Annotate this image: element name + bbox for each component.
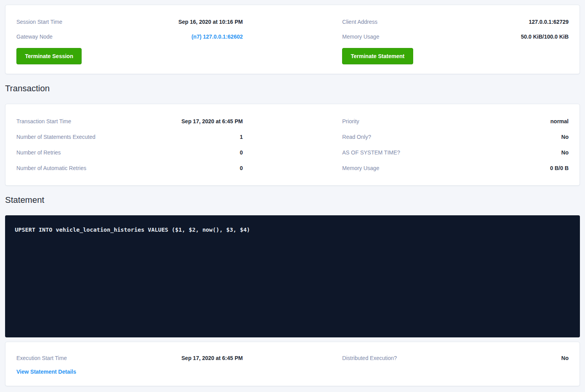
execution-details-card: Execution Start Time Sep 17, 2020 at 6:4… xyxy=(5,342,580,386)
priority-label: Priority xyxy=(342,118,359,124)
session-summary-left-column: Session Start Time Sep 16, 2020 at 10:16… xyxy=(16,14,243,64)
statements-executed-label: Number of Statements Executed xyxy=(16,134,95,140)
read-only-label: Read Only? xyxy=(342,134,371,140)
transaction-card: Transaction Start Time Sep 17, 2020 at 6… xyxy=(5,104,580,186)
session-memory-usage-row: Memory Usage 50.0 KiB/100.0 KiB xyxy=(342,29,569,44)
transaction-right-column: Priority normal Read Only? No AS OF SYST… xyxy=(342,114,569,176)
view-statement-details-link[interactable]: View Statement Details xyxy=(16,369,76,375)
execution-right-column: Distributed Execution? No xyxy=(342,351,569,365)
session-summary-right-column: Client Address 127.0.0.1:62729 Memory Us… xyxy=(342,14,569,64)
transaction-section-heading: Transaction xyxy=(5,83,580,94)
transaction-left-column: Transaction Start Time Sep 17, 2020 at 6… xyxy=(16,114,243,176)
transaction-memory-usage-label: Memory Usage xyxy=(342,165,379,171)
priority-row: Priority normal xyxy=(342,114,569,129)
client-address-value: 127.0.0.1:62729 xyxy=(529,19,569,25)
transaction-memory-usage-row: Memory Usage 0 B/0 B xyxy=(342,160,569,176)
session-memory-usage-value: 50.0 KiB/100.0 KiB xyxy=(521,34,569,40)
statement-section-heading: Statement xyxy=(5,195,580,205)
read-only-value: No xyxy=(561,134,569,140)
transaction-start-time-value: Sep 17, 2020 at 6:45 PM xyxy=(182,118,243,124)
priority-value: normal xyxy=(550,118,569,124)
number-of-retries-value: 0 xyxy=(240,149,243,156)
session-memory-usage-label: Memory Usage xyxy=(342,34,379,40)
session-start-time-row: Session Start Time Sep 16, 2020 at 10:16… xyxy=(16,14,243,29)
session-details-page: Session Start Time Sep 16, 2020 at 10:16… xyxy=(0,0,585,392)
gateway-node-link[interactable]: (n7) 127.0.0.1:62602 xyxy=(191,34,243,40)
statement-sql-text: UPSERT INTO vehicle_location_histories V… xyxy=(15,226,570,234)
client-address-row: Client Address 127.0.0.1:62729 xyxy=(342,14,569,29)
session-summary-card: Session Start Time Sep 16, 2020 at 10:16… xyxy=(5,5,580,74)
execution-start-time-label: Execution Start Time xyxy=(16,355,67,361)
client-address-label: Client Address xyxy=(342,19,377,25)
transaction-start-time-row: Transaction Start Time Sep 17, 2020 at 6… xyxy=(16,114,243,129)
as-of-system-time-label: AS OF SYSTEM TIME? xyxy=(342,149,400,156)
gateway-node-row: Gateway Node (n7) 127.0.0.1:62602 xyxy=(16,29,243,44)
automatic-retries-label: Number of Automatic Retries xyxy=(16,165,86,171)
transaction-memory-usage-value: 0 B/0 B xyxy=(550,165,569,171)
view-statement-details-row: View Statement Details xyxy=(16,367,243,376)
statements-executed-value: 1 xyxy=(240,134,243,140)
statements-executed-row: Number of Statements Executed 1 xyxy=(16,129,243,145)
session-start-time-label: Session Start Time xyxy=(16,19,62,25)
statement-sql-box: UPSERT INTO vehicle_location_histories V… xyxy=(5,215,580,337)
terminate-statement-button[interactable]: Terminate Statement xyxy=(342,48,413,64)
execution-left-column: Execution Start Time Sep 17, 2020 at 6:4… xyxy=(16,351,243,376)
read-only-row: Read Only? No xyxy=(342,129,569,145)
as-of-system-time-row: AS OF SYSTEM TIME? No xyxy=(342,145,569,160)
number-of-retries-row: Number of Retries 0 xyxy=(16,145,243,160)
distributed-execution-label: Distributed Execution? xyxy=(342,355,397,361)
gateway-node-label: Gateway Node xyxy=(16,34,53,40)
distributed-execution-value: No xyxy=(561,355,569,361)
execution-start-time-value: Sep 17, 2020 at 6:45 PM xyxy=(182,355,243,361)
automatic-retries-value: 0 xyxy=(240,165,243,171)
execution-start-time-row: Execution Start Time Sep 17, 2020 at 6:4… xyxy=(16,351,243,365)
as-of-system-time-value: No xyxy=(561,149,569,156)
automatic-retries-row: Number of Automatic Retries 0 xyxy=(16,160,243,176)
session-start-time-value: Sep 16, 2020 at 10:16 PM xyxy=(178,19,243,25)
number-of-retries-label: Number of Retries xyxy=(16,149,61,156)
terminate-session-button[interactable]: Terminate Session xyxy=(16,48,82,64)
transaction-start-time-label: Transaction Start Time xyxy=(16,118,71,124)
distributed-execution-row: Distributed Execution? No xyxy=(342,351,569,365)
